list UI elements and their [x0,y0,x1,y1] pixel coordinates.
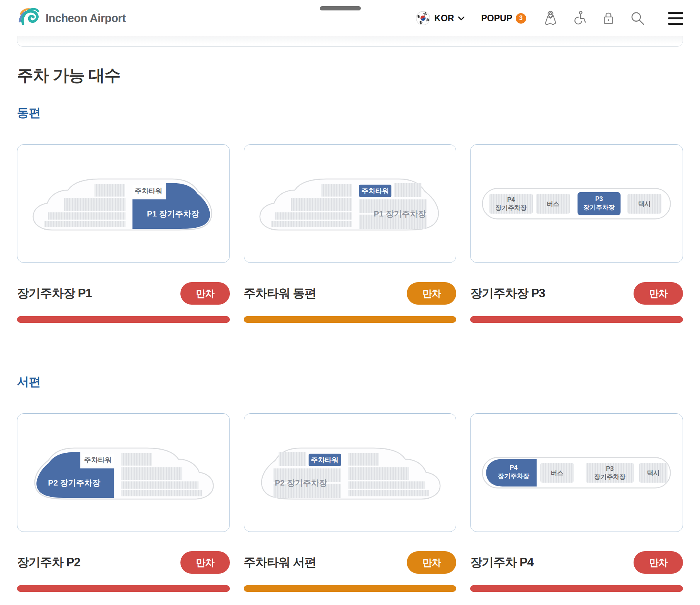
incheon-airport-logo[interactable]: Incheon Airport [17,7,126,29]
p1-zone-label: P1 장기주차장 [374,209,426,218]
menu-button[interactable] [668,12,683,25]
taxi-label: 택시 [647,469,659,476]
parking-card-tower-west: 주차타워 P2 장기주차장 주차타워 서편 만차 [244,413,457,592]
status-badge-p2: 만차 [180,551,230,574]
taxi-label: 택시 [638,200,651,207]
parking-map-p1[interactable]: 주차타워 P1 장기주차장 [17,144,230,263]
status-badge-p4: 만차 [634,551,683,574]
status-badge-tower-west: 만차 [407,551,456,574]
tower-label-highlighted: 주차타워 [362,187,389,195]
p4-code-label: P4 [507,196,515,203]
p3-code-label-highlighted: P3 [595,195,603,202]
card-title-tower-west: 주차타워 서편 [244,554,316,571]
west-cards-grid: 주차타워 P2 장기주차장 장기주차 P2 만차 [17,413,683,592]
popup-label: POPUP [481,13,512,24]
tower-label: 주차타워 [84,456,112,464]
tower-label-highlighted: 주차타워 [311,456,338,464]
parking-map-p2[interactable]: 주차타워 P2 장기주차장 [17,413,230,532]
accessibility-button[interactable] [571,10,588,26]
p2-lot-map-graphic: 주차타워 P2 장기주차장 [24,444,223,501]
parking-card-tower-east: 주차타워 P1 장기주차장 주차타워 동편 만차 [244,144,457,323]
parking-map-tower-east[interactable]: 주차타워 P1 장기주차장 [244,144,457,263]
parking-card-p2: 주차타워 P2 장기주차장 장기주차 P2 만차 [17,413,230,592]
status-badge-tower-east: 만차 [407,282,456,305]
tower-label: 주차타워 [135,187,162,195]
login-button[interactable] [600,10,617,26]
parking-card-p1: 주차타워 P1 장기주차장 장기주차장 P1 만차 [17,144,230,323]
p4-code-label-highlighted: P4 [510,464,517,471]
occupancy-bar-p1 [17,316,230,323]
p1-lot-map-graphic: 주차타워 P1 장기주차장 [24,175,223,232]
popup-count-badge: 3 [516,13,526,24]
language-selector[interactable]: KOR [416,11,465,26]
bus-label: 버스 [550,469,563,476]
tower-east-map-graphic: 주차타워 P1 장기주차장 [250,175,450,232]
card-title-p1: 장기주차장 P1 [17,285,92,302]
chevron-down-icon [458,16,465,20]
parking-map-p4[interactable]: P4 장기주차장 버스 P3 장기주차장 택시 [470,413,683,532]
east-cards-grid: 주차타워 P1 장기주차장 장기주차장 P1 만차 [17,144,683,323]
p4-lot-map-graphic: P4 장기주차장 버스 P3 장기주차장 택시 [480,452,673,493]
popup-menu-button[interactable]: POPUP 3 [481,13,526,24]
airport-bird-icon [17,7,41,29]
page-title: 주차 가능 대수 [17,65,683,86]
card-title-p4: 장기주차 P4 [470,554,533,571]
p3-longterm-label: 장기주차장 [594,473,625,480]
section-heading-east: 동편 [17,105,683,121]
top-navigation-bar: Incheon Airport KOR [0,0,700,36]
lock-icon [600,10,617,26]
section-heading-west: 서편 [17,374,683,390]
occupancy-bar-p2 [17,585,230,592]
language-code: KOR [434,13,454,24]
p4-longterm-label-highlighted: 장기주차장 [498,472,529,479]
status-badge-p1: 만차 [180,282,230,305]
p4-longterm-label: 장기주차장 [495,204,527,211]
status-badge-p3: 만차 [634,282,683,305]
previous-section-card-bottom [17,36,683,47]
parking-availability-page: 주차 가능 대수 동편 주차타워 P1 장기주차장 장기주차장 P1 [0,65,700,592]
logo-wordmark: Incheon Airport [46,12,126,25]
korea-flag-icon [416,11,430,26]
p1-zone-label: P1 장기주차장 [147,209,200,218]
p3-lot-map-graphic: P4 장기주차장 버스 P3 장기주차장 택시 [480,183,673,224]
search-button[interactable] [629,10,646,26]
p2-zone-label: P2 장기주차장 [275,478,327,487]
p2-zone-label: P2 장기주차장 [48,478,101,487]
airport-map-button[interactable] [542,10,559,26]
map-with-pin-icon [542,10,559,26]
parking-map-tower-west[interactable]: 주차타워 P2 장기주차장 [244,413,457,532]
bus-label: 버스 [547,200,559,207]
parking-card-p4: P4 장기주차장 버스 P3 장기주차장 택시 장기주차 P4 만차 [470,413,683,592]
parking-map-p3[interactable]: P4 장기주차장 버스 P3 장기주차장 택시 [470,144,683,263]
scroll-drag-handle[interactable] [320,6,361,10]
p3-longterm-label-highlighted: 장기주차장 [583,204,615,211]
occupancy-bar-tower-east [244,316,457,323]
parking-card-p3: P4 장기주차장 버스 P3 장기주차장 택시 장기주차장 P3 만차 [470,144,683,323]
card-title-tower-east: 주차타워 동편 [244,285,316,302]
p3-code-label: P3 [606,465,613,472]
occupancy-bar-p3 [470,316,683,323]
occupancy-bar-tower-west [244,585,457,592]
search-icon [629,10,646,26]
tower-west-map-graphic: 주차타워 P2 장기주차장 [250,444,450,501]
hamburger-icon [668,12,683,14]
occupancy-bar-p4 [470,585,683,592]
wheelchair-icon [571,10,588,26]
card-title-p2: 장기주차 P2 [17,554,80,571]
card-title-p3: 장기주차장 P3 [470,285,545,302]
